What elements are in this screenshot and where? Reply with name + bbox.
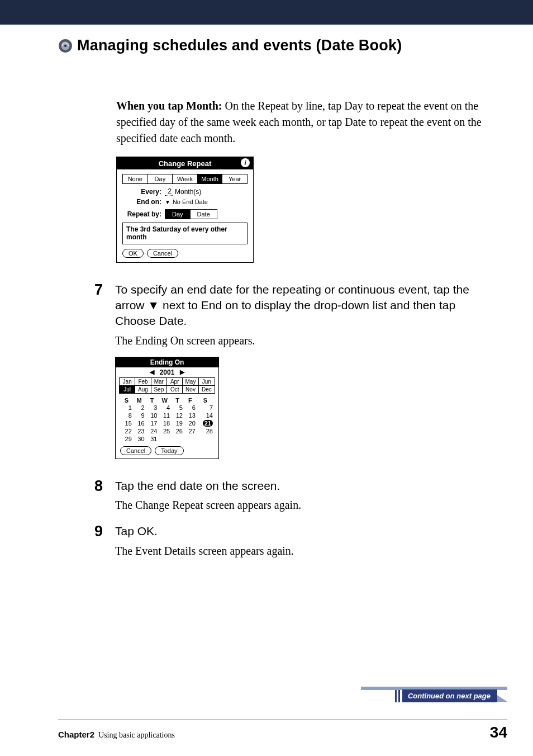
dow-header: T <box>146 397 159 404</box>
repeat-by-options: DayDate <box>165 209 217 219</box>
calendar-day[interactable]: 11 <box>158 412 171 419</box>
calendar-day[interactable]: 9 <box>133 412 146 419</box>
month-jun[interactable]: Jun <box>199 378 215 386</box>
calendar-day <box>197 435 214 443</box>
step-number: 8 <box>91 478 103 495</box>
month-nov[interactable]: Nov <box>183 386 198 393</box>
dow-header: F <box>184 397 197 404</box>
dropdown-arrow-icon[interactable]: ▼ <box>165 199 170 205</box>
month-sep[interactable]: Sep <box>151 386 167 393</box>
calendar-day[interactable]: 18 <box>158 419 171 427</box>
step-follow: The Event Details screen appears again. <box>115 543 485 559</box>
month-mar[interactable]: Mar <box>151 378 167 386</box>
calendar-day[interactable]: 17 <box>146 419 159 427</box>
calendar-day[interactable]: 10 <box>146 412 159 419</box>
every-label: Every: <box>122 188 161 196</box>
cancel-button[interactable]: Cancel <box>120 446 151 455</box>
calendar-day[interactable]: 14 <box>197 412 214 419</box>
step-9: 9 Tap OK. The Event Details screen appea… <box>116 523 485 559</box>
change-repeat-screenshot: Change Repeat i NoneDayWeekMonthYear Eve… <box>116 157 254 263</box>
calendar-day[interactable]: 12 <box>171 412 184 419</box>
month-jul[interactable]: Jul <box>120 386 135 393</box>
calendar-day[interactable]: 8 <box>120 412 133 419</box>
continued-arrow-icon <box>496 694 507 702</box>
end-on-value[interactable]: No End Date <box>173 199 208 205</box>
year-selector: ◀ 2001 ▶ <box>116 367 218 377</box>
heading-text: Managing schedules and events (Date Book… <box>77 37 402 54</box>
tab-week[interactable]: Week <box>173 174 198 183</box>
month-may[interactable]: May <box>183 378 198 386</box>
calendar-day[interactable]: 24 <box>146 427 159 435</box>
tab-month[interactable]: Month <box>198 174 223 183</box>
step-7: 7 To specify an end date for the repeati… <box>116 282 485 478</box>
year-prev-icon[interactable]: ◀ <box>150 368 154 376</box>
step-follow: The Change Repeat screen appears again. <box>115 497 485 513</box>
repeat-by-day[interactable]: Day <box>165 210 191 219</box>
calendar-day[interactable]: 23 <box>133 427 146 435</box>
dow-header: W <box>158 397 171 404</box>
tab-day[interactable]: Day <box>148 174 173 183</box>
month-aug[interactable]: Aug <box>135 386 151 393</box>
calendar-day[interactable]: 2 <box>133 404 146 412</box>
calendar-day[interactable]: 19 <box>171 419 184 427</box>
calendar-day[interactable]: 30 <box>133 435 146 443</box>
month-feb[interactable]: Feb <box>135 378 151 386</box>
cancel-button[interactable]: Cancel <box>147 249 178 258</box>
dow-header: S <box>197 397 214 404</box>
step-number: 9 <box>91 523 103 540</box>
tab-none[interactable]: None <box>123 174 148 183</box>
calendar-day[interactable]: 25 <box>158 427 171 435</box>
calendar-day[interactable]: 22 <box>120 427 133 435</box>
ok-button[interactable]: OK <box>122 249 144 258</box>
calendar-day[interactable]: 16 <box>133 419 146 427</box>
calendar-day[interactable]: 20 <box>184 419 197 427</box>
calendar-day[interactable]: 13 <box>184 412 197 419</box>
chapter-label: Chapter2 <box>58 730 94 739</box>
calendar-day[interactable]: 26 <box>171 427 184 435</box>
continued-bars-icon <box>395 690 400 702</box>
svg-point-2 <box>64 44 66 46</box>
top-brand-bar <box>0 0 533 25</box>
every-input[interactable]: 2 <box>165 187 173 196</box>
calendar-day[interactable]: 3 <box>146 404 159 412</box>
info-icon[interactable]: i <box>241 158 250 167</box>
repeat-by-date[interactable]: Date <box>191 210 217 219</box>
calendar-day <box>184 435 197 443</box>
calendar-day[interactable]: 15 <box>120 419 133 427</box>
chapter-title: Using basic applications <box>98 731 175 739</box>
end-on-label: End on: <box>122 198 161 206</box>
calendar-day <box>171 435 184 443</box>
step-instruction: Tap the end date on the screen. <box>115 478 485 494</box>
today-button[interactable]: Today <box>155 446 183 455</box>
month-jan[interactable]: Jan <box>120 378 135 386</box>
tab-year[interactable]: Year <box>222 174 247 183</box>
continued-banner: Continued on next page <box>395 689 507 702</box>
calendar-day[interactable]: 27 <box>184 427 197 435</box>
month-oct[interactable]: Oct <box>167 386 183 393</box>
calendar-day[interactable]: 29 <box>120 435 133 443</box>
repeat-summary: The 3rd Saturday of every other month <box>122 223 248 244</box>
calendar-day[interactable]: 21 <box>197 419 214 427</box>
calendar-day[interactable]: 4 <box>158 404 171 412</box>
calendar-day <box>158 435 171 443</box>
page-footer: Chapter2 Using basic applications 34 <box>58 720 507 741</box>
ending-on-screenshot: Ending On ◀ 2001 ▶ JanFebMarAprMayJunJul… <box>115 357 219 459</box>
year-next-icon[interactable]: ▶ <box>180 368 184 376</box>
calendar-day[interactable]: 28 <box>197 427 214 435</box>
calendar-day[interactable]: 6 <box>184 404 197 412</box>
calendar-day[interactable]: 7 <box>197 404 214 412</box>
repeat-frequency-tabs: NoneDayWeekMonthYear <box>122 174 248 184</box>
end-on-row: End on: ▼ No End Date <box>122 198 248 206</box>
step-8: 8 Tap the end date on the screen. The Ch… <box>116 478 485 513</box>
ending-on-title: Ending On <box>116 357 218 367</box>
month-dec[interactable]: Dec <box>199 386 215 393</box>
every-row: Every: 2 Month(s) <box>122 187 248 196</box>
section-heading: Managing schedules and events (Date Book… <box>58 37 485 54</box>
calendar-day[interactable]: 31 <box>146 435 159 443</box>
month-apr[interactable]: Apr <box>167 378 183 386</box>
dow-header: M <box>133 397 146 404</box>
change-repeat-title: Change Repeat i <box>117 157 253 169</box>
calendar-day[interactable]: 5 <box>171 404 184 412</box>
datebook-icon <box>58 39 73 53</box>
calendar-day[interactable]: 1 <box>120 404 133 412</box>
